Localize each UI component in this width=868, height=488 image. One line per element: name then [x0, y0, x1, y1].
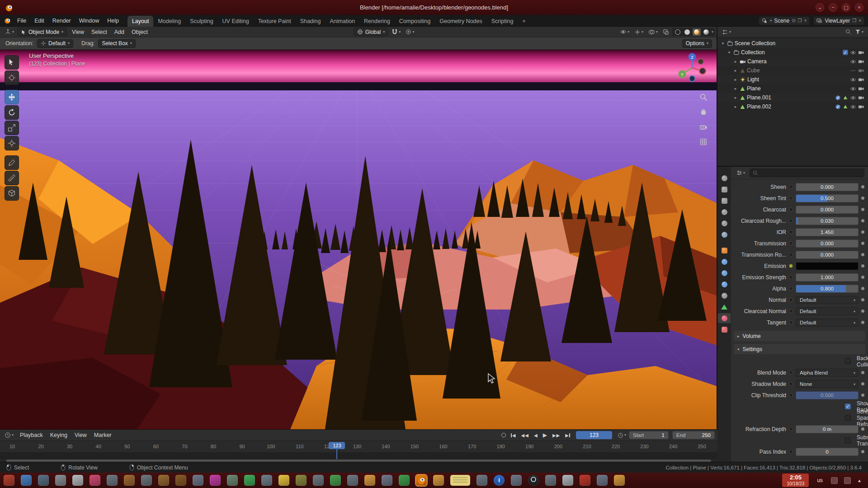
animate-dot-icon[interactable] — [861, 450, 864, 453]
properties-tab-material[interactable] — [718, 313, 731, 323]
taskbar-app-launcher-green-2[interactable] — [330, 475, 341, 486]
editor-type-selector[interactable]: ▾ — [3, 28, 16, 36]
properties-tab-particles[interactable] — [718, 268, 731, 278]
properties-tab-modifiers[interactable] — [718, 257, 731, 267]
outliner-filter-icon[interactable]: ▾ — [853, 28, 865, 36]
taskbar-app-speaker[interactable] — [614, 475, 625, 486]
disable-in-renders-toggle[interactable] — [858, 50, 864, 55]
taskbar-app-launcher-steel-5[interactable] — [347, 475, 358, 486]
tray-icon-1[interactable] — [831, 477, 838, 484]
taskbar-app-launcher-steel-4[interactable] — [313, 475, 324, 486]
taskbar-app-media-red[interactable] — [580, 475, 590, 486]
keyboard-layout-indicator[interactable]: us — [817, 477, 823, 483]
navigation-gizmo[interactable]: Z Y — [673, 52, 711, 89]
hide-in-viewport-toggle[interactable] — [850, 77, 856, 82]
shading-rendered-button[interactable] — [702, 28, 710, 36]
menu-edit[interactable]: Edit — [30, 16, 48, 25]
expand-arrow-icon[interactable]: ▾ — [726, 50, 732, 55]
workspace-tab-texture-paint[interactable]: Texture Paint — [254, 16, 296, 27]
scene-selector[interactable]: ▾ Scene ⊙ ❐ × — [759, 16, 810, 25]
taskbar-app-obs[interactable] — [528, 475, 539, 486]
viewport-menu-object[interactable]: Object — [128, 28, 151, 36]
outliner-item-collection[interactable]: ▾Collection✓ — [717, 48, 868, 57]
timeline-ruler[interactable]: 1020304050607080901001101201301401501601… — [0, 441, 717, 453]
pass-index-field[interactable]: 0 — [796, 448, 859, 456]
workspace-tab-sculpting[interactable]: Sculpting — [185, 16, 217, 27]
taskbar-app-launcher-red[interactable] — [4, 475, 14, 486]
animate-dot-icon[interactable] — [861, 253, 864, 256]
workspace-tab-modeling[interactable]: Modeling — [153, 16, 185, 27]
taskbar-app-launcher-orange[interactable] — [364, 475, 375, 486]
menu-render[interactable]: Render — [48, 16, 75, 25]
taskbar-app-blender[interactable] — [416, 475, 427, 486]
workspace-tab-layout[interactable]: Layout — [127, 16, 154, 27]
properties-tab-output[interactable] — [718, 196, 731, 206]
taskbar-app-launcher-blue[interactable] — [21, 475, 32, 486]
properties-tab-texture[interactable] — [718, 324, 731, 334]
animate-dot-icon[interactable] — [861, 310, 864, 313]
clearcoat-field[interactable]: 0.000 — [796, 206, 859, 214]
playhead[interactable]: 123 — [329, 442, 345, 449]
taskbar-app-launcher-steel-8[interactable] — [511, 475, 522, 486]
sheen-tint-field[interactable]: 0.500 — [796, 194, 859, 202]
disable-in-renders-toggle[interactable] — [858, 86, 864, 91]
properties-tab-object[interactable] — [718, 245, 731, 255]
rotate-tool-button[interactable] — [5, 105, 19, 120]
gizmo-neg-z-axis[interactable] — [689, 76, 695, 82]
snap-toggle[interactable]: ▾ — [390, 28, 402, 36]
animate-dot-icon[interactable] — [861, 242, 864, 245]
app-logo-icon[interactable] — [4, 17, 11, 24]
outliner-item-light[interactable]: ▸Light — [717, 75, 868, 84]
checkbox-show-backface[interactable]: ✓ — [845, 404, 851, 409]
workspace-tab-geometry-nodes[interactable]: Geometry Nodes — [435, 16, 486, 27]
cursor-tool-button[interactable] — [5, 70, 19, 85]
timeline-menu-view[interactable]: View — [71, 431, 90, 439]
menu-window[interactable]: Window — [75, 16, 103, 25]
shading-dropdown[interactable]: ▾ — [712, 30, 713, 34]
transform-orientation-selector[interactable]: Global▾ — [354, 28, 389, 36]
volume-section-header[interactable]: ▸Volume — [734, 331, 865, 341]
animate-dot-icon[interactable] — [861, 276, 864, 279]
taskbar-app-launcher-steel-6[interactable] — [382, 475, 392, 486]
jump-to-start-button[interactable]: ◀ — [509, 432, 518, 439]
normal-dropdown[interactable]: Default▾ — [796, 296, 859, 304]
emission-field[interactable] — [796, 262, 859, 270]
annotate-tool-button[interactable] — [5, 155, 19, 170]
sheen-field[interactable]: 0.000 — [796, 183, 859, 191]
taskbar-app-info[interactable]: i — [494, 475, 505, 486]
frame-start-field[interactable]: Start1 — [629, 431, 669, 439]
animate-dot-icon[interactable] — [861, 197, 864, 200]
outliner-item-plane[interactable]: ▸Plane — [717, 84, 868, 93]
viewport-canvas[interactable] — [0, 50, 717, 429]
timeline-menu-keying[interactable]: Keying — [47, 431, 71, 439]
viewport[interactable]: User Perspective (123) Collection | Plan… — [0, 50, 717, 429]
taskbar-app-launcher-magenta[interactable] — [210, 475, 221, 486]
hide-in-viewport-toggle[interactable] — [850, 50, 856, 55]
properties-tab-render[interactable] — [718, 184, 731, 194]
play-button[interactable]: ▶ — [541, 431, 549, 439]
properties-search-input[interactable] — [750, 169, 864, 177]
shadow-mode-dropdown[interactable]: None▾ — [796, 380, 859, 388]
disable-in-renders-toggle[interactable] — [858, 68, 864, 73]
select-box-tool-button[interactable] — [5, 55, 19, 70]
gizmo-x-axis[interactable] — [699, 68, 706, 74]
animate-dot-icon[interactable] — [861, 185, 864, 188]
new-scene-button[interactable]: ❐ — [798, 18, 802, 23]
workspace-tab-animation[interactable]: Animation — [326, 16, 360, 27]
outliner-item-scene-collection[interactable]: ▾Scene Collection — [717, 39, 868, 48]
animate-dot-icon[interactable] — [861, 287, 864, 290]
taskbar-app-launcher-green[interactable] — [244, 475, 255, 486]
taskbar-clock[interactable]: 2:05 10/18/23 — [782, 474, 809, 487]
taskbar-app-launcher-editor[interactable] — [72, 475, 83, 486]
properties-tab-tool[interactable] — [718, 173, 731, 183]
tray-expand-icon[interactable]: ▲ — [857, 478, 862, 483]
camera-view-icon[interactable] — [699, 123, 708, 131]
transmission-ro-field[interactable]: 0.000 — [796, 251, 859, 259]
viewport-menu-select[interactable]: Select — [88, 28, 111, 36]
taskbar-app-launcher-slate[interactable] — [38, 475, 49, 486]
taskbar-app-launcher-brown[interactable] — [158, 475, 169, 486]
scale-tool-button[interactable] — [5, 121, 19, 135]
collection-checkbox[interactable]: ✓ — [843, 50, 848, 55]
outliner-item-camera[interactable]: ▸Camera — [717, 57, 868, 66]
taskbar-app-launcher-steel-2[interactable] — [193, 475, 203, 486]
